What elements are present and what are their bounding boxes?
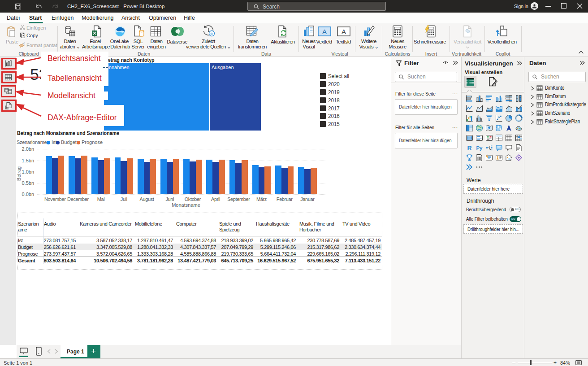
svg-text:Betrag: Betrag bbox=[16, 166, 22, 181]
svg-text:Py: Py bbox=[476, 145, 483, 151]
svg-text:R: R bbox=[467, 144, 471, 152]
svg-text:A: A bbox=[322, 28, 327, 35]
svg-text:A: A bbox=[342, 28, 346, 35]
